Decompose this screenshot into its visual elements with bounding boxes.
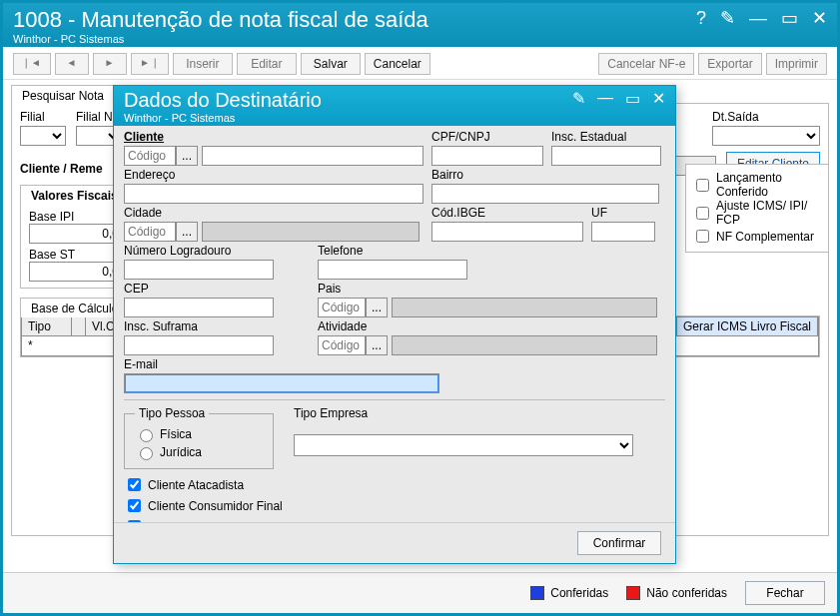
nav-first-button[interactable]: ❘◄ [13,53,51,75]
nav-last-button[interactable]: ►❘ [131,53,169,75]
chk-lancamento-label: Lançamento Conferido [716,171,822,199]
close-icon[interactable]: ✕ [812,7,827,29]
modal-title: Dados do Destinatário [124,89,322,112]
tipo-empresa-select[interactable] [294,434,633,456]
chk-nfcomp-label: NF Complementar [716,230,814,244]
dt-saida-label: Dt.Saída [712,110,820,124]
main-window: 1008 - Manutenção de nota fiscal de saíd… [0,0,840,616]
edit-window-icon[interactable]: ✎ [720,7,735,29]
endereco-input[interactable] [124,184,423,204]
confirmar-button[interactable]: Confirmar [577,531,661,555]
cliente-reme-label: Cliente / Reme [20,162,103,176]
maximize-icon[interactable]: ▭ [781,7,798,29]
cod-ibge-label: Cód.IBGE [431,206,583,220]
nav-prev-button[interactable]: ◄ [55,53,89,75]
cep-label: CEP [124,282,310,296]
cancelar-nfe-button[interactable]: Cancelar NF-e [598,53,694,75]
pais-codigo-input[interactable] [318,298,366,317]
uf-input[interactable] [591,222,655,242]
chk-consumidor[interactable] [128,499,141,512]
modal-footer: Confirmar [114,522,675,563]
radio-fisica[interactable] [140,429,153,442]
minimize-icon[interactable]: — [749,8,767,29]
dt-saida-select[interactable] [712,126,820,146]
modal-close-icon[interactable]: ✕ [652,89,665,108]
base-ipi-input[interactable] [29,224,123,244]
main-title: 1008 - Manutenção de nota fiscal de saíd… [13,7,428,33]
chk-atacadista-label: Cliente Atacadista [148,478,244,492]
cliente-nome-input[interactable] [202,146,423,166]
insc-est-label: Insc. Estadual [551,130,661,144]
editar-button[interactable]: Editar [237,53,297,75]
main-toolbar: ❘◄ ◄ ► ►❘ Inserir Editar Salvar Cancelar… [3,47,837,80]
cpf-cnpj-input[interactable] [431,146,543,166]
chk-ajuste[interactable] [696,207,709,220]
filial-field: Filial [20,110,66,146]
atividade-nome-input[interactable] [392,335,657,355]
bairro-label: Bairro [431,168,659,182]
tipo-pessoa-group: Tipo Pessoa Física Jurídica [124,406,274,469]
email-input[interactable] [124,373,439,393]
cidade-codigo-input[interactable] [124,222,176,242]
col-tipo[interactable]: Tipo [22,317,72,335]
chk-lancamento[interactable] [696,179,709,192]
cancelar-button[interactable]: Cancelar [365,53,430,75]
chk-consumidor-label: Cliente Consumidor Final [148,499,283,513]
cliente-codigo-input[interactable] [124,146,176,166]
cidade-lookup-button[interactable]: ... [176,222,198,242]
suframa-input[interactable] [124,335,274,355]
uf-label: UF [591,206,655,220]
pais-label: Pais [318,282,657,296]
cod-ibge-input[interactable] [431,222,583,242]
nav-next-button[interactable]: ► [93,53,127,75]
exportar-button[interactable]: Exportar [698,53,761,75]
modal-titlebar: Dados do Destinatário Winthor - PC Siste… [114,86,675,126]
cep-input[interactable] [124,298,274,317]
modal-body: Cliente ... CPF/CNPJ Insc. Estadual [114,126,675,522]
radio-juridica[interactable] [140,447,153,460]
num-log-input[interactable] [124,260,274,280]
telefone-input[interactable] [318,260,467,280]
imprimir-button[interactable]: Imprimir [766,53,827,75]
swatch-red-icon [626,586,640,600]
modal-min-icon[interactable]: — [597,89,613,108]
atividade-lookup-button[interactable]: ... [366,335,388,355]
modal-edit-icon[interactable]: ✎ [572,89,585,108]
cidade-label: Cidade [124,206,423,220]
cidade-nome-input[interactable] [202,222,420,242]
atividade-codigo-input[interactable] [318,335,366,355]
fechar-button[interactable]: Fechar [745,581,825,605]
main-window-controls: ? ✎ — ▭ ✕ [696,7,827,29]
pais-lookup-button[interactable]: ... [366,298,388,317]
pais-nome-input[interactable] [392,298,657,317]
chk-atacadista[interactable] [128,478,141,491]
modal-window-controls: ✎ — ▭ ✕ [572,89,665,108]
bairro-input[interactable] [431,184,659,204]
salvar-button[interactable]: Salvar [301,53,361,75]
suframa-label: Insc. Suframa [124,319,310,333]
tipo-pessoa-legend: Tipo Pessoa [135,406,209,420]
modal-max-icon[interactable]: ▭ [625,89,640,108]
main-subtitle: Winthor - PC Sistemas [13,33,428,45]
cpf-cnpj-label: CPF/CNPJ [431,130,543,144]
tab-pesquisar-nota[interactable]: Pesquisar Nota [11,85,115,105]
telefone-label: Telefone [318,244,467,258]
num-log-label: Número Logradouro [124,244,310,258]
filial-label: Filial [20,110,66,124]
chk-ajuste-label: Ajuste ICMS/ IPI/ FCP [716,199,822,227]
gerar-icms-button[interactable]: Gerar ICMS Livro Fiscal [677,317,818,335]
radio-fisica-label: Física [160,427,192,441]
filial-select[interactable] [20,126,66,146]
insc-est-input[interactable] [551,146,661,166]
base-st-input[interactable] [29,262,123,282]
atividade-label: Atividade [318,319,657,333]
help-icon[interactable]: ? [696,8,706,29]
inserir-button[interactable]: Inserir [173,53,233,75]
main-titlebar: 1008 - Manutenção de nota fiscal de saíd… [3,3,837,47]
swatch-blue-icon [530,586,544,600]
chk-nfcomp[interactable] [696,230,709,243]
tipo-empresa-label: Tipo Empresa [294,406,665,420]
base-st-label: Base ST [29,248,121,262]
base-ipi-label: Base IPI [29,210,121,224]
cliente-lookup-button[interactable]: ... [176,146,198,166]
